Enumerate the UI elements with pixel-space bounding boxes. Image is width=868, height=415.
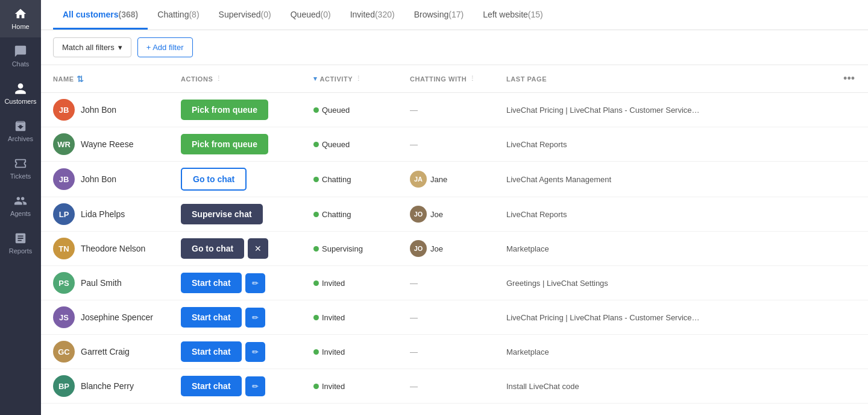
pick-from-queue-button[interactable]: Pick from queue bbox=[181, 134, 268, 154]
tickets-icon bbox=[14, 157, 27, 170]
table-row: BP Blanche Perry Start chat✏ Invited —In… bbox=[41, 369, 868, 404]
start-chat-button[interactable]: Start chat bbox=[181, 341, 242, 362]
home-icon bbox=[14, 7, 27, 21]
customer-name-cell: GC Garrett Craig bbox=[41, 335, 174, 369]
match-filter-label: Match all filters bbox=[62, 43, 115, 52]
edit-button[interactable]: ✏ bbox=[245, 308, 265, 328]
tab-left-website[interactable]: Left website(15) bbox=[473, 0, 553, 30]
col-activity-dots: ⋮ bbox=[355, 75, 362, 83]
start-chat-button[interactable]: Start chat bbox=[181, 307, 242, 328]
match-filter-button[interactable]: Match all filters ▾ bbox=[53, 37, 131, 57]
sidebar-label-customers: Customers bbox=[4, 98, 36, 105]
sidebar-item-customers[interactable]: Customers bbox=[0, 75, 41, 112]
agents-icon bbox=[14, 194, 27, 208]
table-menu-button[interactable]: ••• bbox=[840, 71, 858, 86]
agent-name: Joe bbox=[430, 244, 443, 253]
agent-avatar: JO bbox=[410, 206, 427, 223]
customer-name-cell: JB John Bon bbox=[41, 162, 174, 197]
actions-cell: Go to chat✕ bbox=[174, 232, 306, 266]
customer-name: Josephine Spencer bbox=[81, 312, 153, 322]
status-dot bbox=[313, 315, 319, 320]
sidebar-item-reports[interactable]: Reports bbox=[0, 224, 41, 262]
no-agent: — bbox=[410, 140, 418, 149]
customer-name-cell: TN Theodore Nelson bbox=[41, 232, 174, 266]
activity-label: Queued bbox=[322, 140, 350, 149]
start-chat-button[interactable]: Start chat bbox=[181, 273, 242, 293]
col-header-lastpage: LAST PAGE bbox=[499, 65, 832, 93]
col-actions-dots: ⋮ bbox=[215, 75, 222, 83]
avatar: GC bbox=[53, 341, 75, 363]
row-menu-cell bbox=[832, 162, 868, 197]
pick-from-queue-button[interactable]: Pick from queue bbox=[181, 100, 268, 120]
status-dot bbox=[313, 384, 319, 389]
row-menu-cell bbox=[832, 197, 868, 232]
avatar: TN bbox=[53, 238, 75, 259]
row-menu-cell bbox=[832, 266, 868, 300]
tab-browsing[interactable]: Browsing(17) bbox=[404, 0, 474, 30]
chatting-with-cell: JO Joe bbox=[403, 197, 499, 232]
actions-cell: Start chat✏ bbox=[174, 300, 306, 335]
col-header-name: NAME ⇅ bbox=[41, 65, 174, 93]
last-page-cell: Marketplace bbox=[499, 335, 832, 369]
activity-label: Queued bbox=[322, 106, 350, 115]
edit-button[interactable]: ✏ bbox=[245, 342, 265, 362]
tab-chatting[interactable]: Chatting(8) bbox=[148, 0, 209, 30]
chatting-with-cell: — bbox=[403, 266, 499, 300]
activity-cell: Supervising bbox=[306, 232, 403, 266]
activity-label: Chatting bbox=[322, 210, 351, 219]
sidebar-item-home[interactable]: Home bbox=[0, 0, 41, 37]
avatar: LP bbox=[53, 203, 75, 225]
sidebar-label-reports: Reports bbox=[9, 247, 33, 255]
edit-button[interactable]: ✏ bbox=[245, 273, 265, 293]
activity-label: Invited bbox=[322, 382, 345, 391]
sort-icon-name[interactable]: ⇅ bbox=[77, 74, 84, 84]
row-menu-cell bbox=[832, 300, 868, 335]
status-dot bbox=[313, 280, 319, 286]
add-filter-button[interactable]: + Add filter bbox=[137, 37, 193, 57]
row-menu-cell bbox=[832, 335, 868, 369]
go-to-chat-button[interactable]: Go to chat bbox=[181, 238, 244, 259]
last-page-text: Install LiveChat code bbox=[506, 382, 579, 391]
customer-name: Theodore Nelson bbox=[81, 244, 145, 253]
close-chat-button[interactable]: ✕ bbox=[248, 238, 268, 259]
activity-label: Invited bbox=[322, 279, 345, 288]
avatar: JB bbox=[53, 99, 75, 121]
last-page-text: Marketplace bbox=[506, 347, 549, 356]
row-menu-cell bbox=[832, 127, 868, 162]
customer-name-cell: JS Josephine Spencer bbox=[41, 300, 174, 335]
start-chat-button[interactable]: Start chat bbox=[181, 376, 242, 396]
table-row: LP Lida Phelps Supervise chat Chatting J… bbox=[41, 197, 868, 232]
avatar: JS bbox=[53, 306, 75, 328]
customer-name: Garrett Craig bbox=[81, 347, 130, 356]
tab-invited[interactable]: Invited(320) bbox=[341, 0, 404, 30]
sidebar-item-archives[interactable]: Archives bbox=[0, 112, 41, 150]
sidebar-label-home: Home bbox=[11, 23, 29, 30]
avatar: PS bbox=[53, 272, 75, 294]
activity-cell: Queued bbox=[306, 93, 403, 127]
tab-supervised[interactable]: Supervised(0) bbox=[209, 0, 281, 30]
sidebar-label-tickets: Tickets bbox=[10, 173, 31, 180]
no-agent: — bbox=[410, 382, 418, 391]
tab-all-customers[interactable]: All customers(368) bbox=[53, 0, 148, 30]
row-menu-cell bbox=[832, 369, 868, 404]
main-content: All customers(368) Chatting(8) Supervise… bbox=[41, 0, 868, 415]
tab-queued[interactable]: Queued(0) bbox=[281, 0, 341, 30]
tabs-bar: All customers(368) Chatting(8) Supervise… bbox=[41, 0, 868, 30]
last-page-cell: LiveChat Pricing | LiveChat Plans - Cust… bbox=[499, 300, 832, 335]
col-header-activity: ▾ ACTIVITY ⋮ bbox=[306, 65, 403, 93]
customer-name: Wayne Reese bbox=[81, 139, 133, 149]
customer-name-cell: JB John Bon bbox=[41, 93, 174, 127]
sidebar-item-chats[interactable]: Chats bbox=[0, 37, 41, 75]
last-page-cell: Marketplace bbox=[499, 232, 832, 266]
go-to-chat-button[interactable]: Go to chat bbox=[181, 168, 247, 191]
sidebar: Home Chats Customers Archives Tickets Ag… bbox=[0, 0, 41, 415]
row-menu-cell bbox=[832, 93, 868, 127]
sidebar-item-agents[interactable]: Agents bbox=[0, 187, 41, 224]
supervise-chat-button[interactable]: Supervise chat bbox=[181, 204, 263, 224]
edit-button[interactable]: ✏ bbox=[245, 376, 265, 396]
last-page-cell: LiveChat Agents Management bbox=[499, 162, 832, 197]
last-page-text: LiveChat Reports bbox=[506, 140, 567, 149]
col-header-chatting: CHATTING WITH ⋮ bbox=[403, 65, 499, 93]
customer-name: John Bon bbox=[81, 174, 116, 184]
sidebar-item-tickets[interactable]: Tickets bbox=[0, 150, 41, 187]
